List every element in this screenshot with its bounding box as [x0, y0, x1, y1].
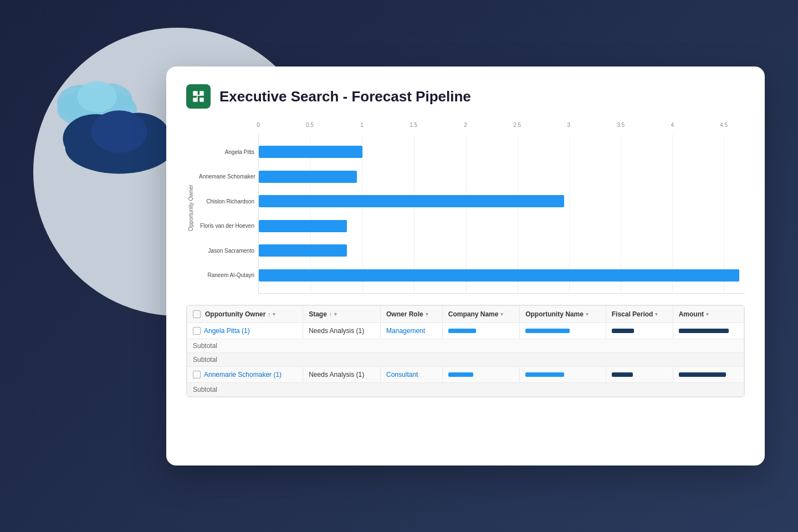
x-tick-45: 4.5: [720, 122, 728, 128]
amount-bar-annemarie: [679, 372, 726, 377]
col-header-fiscal[interactable]: Fiscal Period ▾: [606, 306, 673, 323]
bar-label-floris: Floris van der Hoeven: [199, 223, 259, 229]
col-label-stage: Stage: [309, 310, 327, 318]
opp-bar-angela: [525, 329, 570, 333]
col-header-opp-name[interactable]: Opportunity Name ▾: [520, 306, 606, 323]
col-label-opp-name: Opportunity Name: [525, 310, 584, 318]
col-header-company[interactable]: Company Name ▾: [442, 306, 519, 323]
svg-rect-10: [193, 98, 197, 102]
subtotal-row-annemarie: Subtotal: [187, 383, 744, 397]
cell-owner-angela: Angela Pitta (1): [187, 323, 303, 339]
table-row: Angela Pitta (1) Needs Analysis (1) Mana…: [187, 323, 744, 339]
owner-link-annemarie[interactable]: Annemarie Schomaker (1): [204, 371, 282, 378]
fiscal-bar-angela: [612, 329, 634, 333]
col-label-amount: Amount: [679, 310, 704, 318]
bar-label-chislon: Chislon Richardson: [199, 198, 259, 204]
svg-rect-9: [200, 91, 204, 95]
data-table-wrapper: Opportunity Owner ↑ ▾ Stage ↑ ▾: [186, 305, 745, 397]
bar-row-raneem: Raneem Al-Qutayri: [259, 267, 745, 284]
bar-row-floris: Floris van der Hoeven: [259, 217, 745, 235]
x-tick-1: 1: [360, 122, 364, 128]
cell-opp-angela: [520, 323, 606, 339]
role-value-annemarie: Consultant: [386, 371, 418, 378]
svg-rect-8: [193, 91, 197, 95]
company-bar-angela: [448, 329, 476, 333]
cell-amount-annemarie: [673, 367, 744, 383]
filter-icon-fiscal[interactable]: ▾: [655, 311, 658, 317]
bar-row-annemarie: Annemarie Schomaker: [259, 168, 745, 186]
col-header-owner[interactable]: Opportunity Owner ↑ ▾: [187, 306, 303, 323]
x-tick-25: 2.5: [513, 122, 521, 128]
cell-opp-annemarie: [520, 367, 606, 383]
bar-jason: [259, 244, 347, 257]
owner-link-angela[interactable]: Angela Pitta (1): [204, 327, 250, 335]
cell-amount-angela: [673, 323, 744, 339]
bar-label-raneem: Raneem Al-Qutayri: [199, 272, 259, 278]
filter-icon-stage[interactable]: ▾: [334, 311, 337, 317]
cell-owner-annemarie: Annemarie Schomaker (1): [187, 367, 303, 383]
x-tick-4: 4: [671, 122, 674, 128]
x-tick-05: 0.5: [306, 122, 314, 128]
bar-label-annemarie: Annemarie Schomaker: [199, 173, 259, 180]
fiscal-bar-annemarie: [612, 372, 633, 377]
filter-icon-owner[interactable]: ▾: [273, 311, 275, 317]
bar-label-jason: Jason Sacramento: [199, 248, 259, 254]
sort-icon-stage[interactable]: ↑: [329, 311, 332, 318]
col-label-owner: Opportunity Owner: [205, 310, 265, 318]
cell-role-annemarie: Consultant: [381, 367, 443, 383]
col-label-owner-role: Owner Role: [386, 310, 423, 318]
filter-icon-amount[interactable]: ▾: [706, 311, 709, 317]
x-tick-35: 3.5: [617, 122, 625, 128]
x-tick-2: 2: [464, 122, 467, 128]
bar-label-angela: Angela Pitts: [199, 149, 259, 155]
col-label-company: Company Name: [448, 310, 499, 318]
cell-company-angela: [442, 323, 519, 339]
col-header-stage[interactable]: Stage ↑ ▾: [303, 306, 381, 323]
bar-row-jason: Jason Sacramento: [259, 242, 745, 259]
data-table: Opportunity Owner ↑ ▾ Stage ↑ ▾: [187, 305, 744, 397]
filter-icon-company[interactable]: ▾: [500, 311, 503, 317]
x-tick-3: 3: [567, 122, 570, 128]
opp-bar-annemarie: [525, 372, 564, 377]
select-all-checkbox[interactable]: [193, 310, 201, 318]
page-title: Executive Search - Forecast Pipeline: [219, 88, 471, 105]
subtotal-label-angela: Subtotal: [187, 339, 744, 353]
subtotal-row-angela: Subtotal: [187, 339, 744, 353]
bar-row-chislon: Chislon Richardson: [259, 192, 745, 210]
y-axis-label: Opportunity Owner: [186, 122, 195, 294]
cell-fiscal-annemarie: [606, 367, 673, 383]
chart-area: Opportunity Owner 0 0.5 1 1.5 2 2.5 3 3.…: [186, 122, 745, 294]
filter-icon-opp[interactable]: ▾: [586, 311, 589, 317]
card-header: Executive Search - Forecast Pipeline: [186, 84, 745, 109]
table-row: Annemarie Schomaker (1) Needs Analysis (…: [187, 367, 744, 383]
bar-angela: [259, 146, 362, 158]
bar-annemarie: [259, 171, 357, 183]
col-header-amount[interactable]: Amount ▾: [673, 306, 744, 323]
cell-role-angela: Management: [381, 323, 443, 339]
bar-floris: [259, 220, 347, 232]
row-checkbox-annemarie[interactable]: [193, 371, 201, 378]
company-bar-annemarie: [448, 372, 473, 377]
cell-fiscal-angela: [606, 323, 673, 339]
bar-chislon: [259, 195, 564, 207]
cell-company-annemarie: [442, 367, 519, 383]
bar-row-angela: Angela Pitts: [259, 143, 745, 161]
col-header-owner-role[interactable]: Owner Role ▾: [381, 306, 443, 323]
filter-icon-role[interactable]: ▾: [426, 311, 428, 317]
subtotal-label-annemarie: Subtotal: [187, 383, 744, 397]
x-tick-0: 0: [257, 122, 260, 128]
row-checkbox-angela[interactable]: [193, 327, 201, 335]
app-icon: [186, 84, 211, 109]
cell-stage-annemarie: Needs Analysis (1): [303, 367, 381, 383]
main-card: Executive Search - Forecast Pipeline Opp…: [166, 66, 765, 466]
svg-point-7: [91, 110, 147, 152]
sort-icon-owner[interactable]: ↑: [268, 311, 270, 318]
role-value-angela: Management: [386, 327, 425, 335]
amount-bar-angela: [679, 329, 729, 333]
svg-rect-11: [200, 98, 204, 102]
x-tick-15: 1.5: [410, 122, 417, 128]
col-label-fiscal: Fiscal Period: [612, 310, 653, 318]
bar-raneem: [259, 269, 739, 282]
spacer-row: Subtotal: [187, 353, 744, 367]
cell-stage-angela: Needs Analysis (1): [303, 323, 381, 339]
